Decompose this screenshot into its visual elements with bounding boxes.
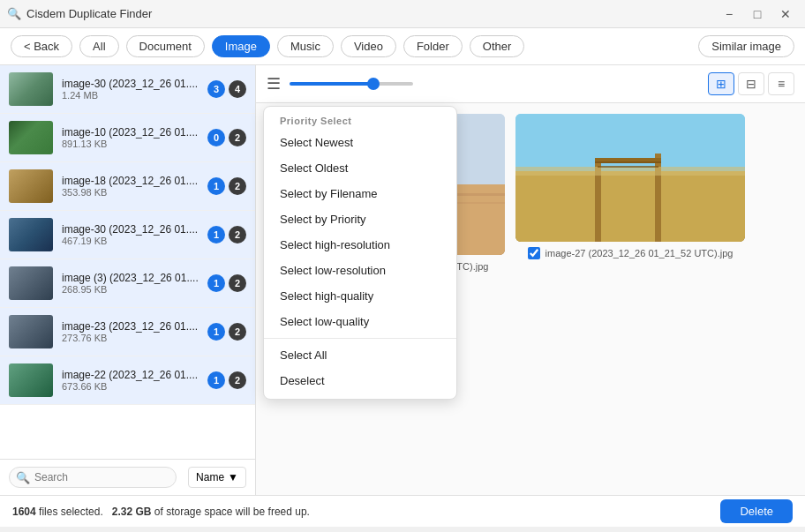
item-info: image-30 (2023_12_26 01.... 1.24 MB — [62, 78, 200, 101]
badge-count1: 1 — [207, 274, 225, 292]
slider-wrap — [290, 82, 699, 86]
item-name: image (3) (2023_12_26 01.... — [62, 272, 200, 284]
tab-music[interactable]: Music — [277, 35, 334, 57]
menu-item-select-newest[interactable]: Select Newest — [264, 130, 456, 155]
tab-folder[interactable]: Folder — [403, 35, 463, 57]
tab-document[interactable]: Document — [126, 35, 205, 57]
tab-all[interactable]: All — [79, 35, 118, 57]
menu-item-select-low-quality[interactable]: Select low-quality — [264, 309, 456, 334]
tab-other[interactable]: Other — [470, 35, 525, 57]
menu-item-select-low-resolution[interactable]: Select low-resolution — [264, 258, 456, 283]
item-info: image (3) (2023_12_26 01.... 268.95 KB — [62, 272, 200, 295]
menu-item-select-oldest[interactable]: Select Oldest — [264, 155, 456, 181]
item-size: 353.98 KB — [62, 187, 200, 198]
sidebar-item[interactable]: image-18 (2023_12_26 01.... 353.98 KB 1 … — [0, 162, 255, 211]
item-size: 467.19 KB — [62, 236, 200, 246]
zoom-slider[interactable] — [290, 82, 413, 86]
item-name: image-23 (2023_12_26 01.... — [62, 320, 200, 333]
back-button[interactable]: < Back — [11, 35, 72, 57]
thumbnail — [9, 218, 53, 251]
sidebar-item[interactable]: image (3) (2023_12_26 01.... 268.95 KB 1… — [0, 259, 255, 308]
item-badges: 1 2 — [207, 323, 246, 341]
menu-divider — [264, 338, 456, 339]
menu-item-select-by-priority[interactable]: Select by Priority — [264, 206, 456, 232]
similar-image-button[interactable]: Similar image — [698, 35, 794, 57]
item-info: image-10 (2023_12_26 01.... 891.13 KB — [62, 126, 200, 149]
badge-count1: 0 — [207, 129, 225, 146]
menu-item-select-high-quality[interactable]: Select high-quality — [264, 283, 456, 309]
thumbnail — [9, 169, 53, 203]
files-selected-label: files selected. — [39, 506, 103, 518]
item-badges: 0 2 — [207, 129, 246, 146]
badge-count1: 1 — [207, 371, 225, 389]
item-size: 1.24 MB — [62, 90, 200, 101]
tab-video[interactable]: Video — [341, 35, 396, 57]
sort-button[interactable]: Name ▼ — [188, 467, 246, 488]
badge-count1: 1 — [207, 323, 225, 341]
sidebar-item[interactable]: image-10 (2023_12_26 01.... 891.13 KB 0 … — [0, 114, 255, 162]
image-checkbox[interactable] — [528, 247, 540, 259]
item-info: image-18 (2023_12_26 01.... 353.98 KB — [62, 175, 200, 198]
minimize-button[interactable]: − — [717, 4, 741, 24]
item-badges: 3 4 — [207, 80, 246, 98]
svg-rect-11 — [515, 167, 745, 176]
title-bar: 🔍 Cisdem Duplicate Finder − □ ✕ — [0, 0, 805, 28]
thumbnail — [9, 363, 53, 397]
item-size: 268.95 KB — [62, 284, 200, 295]
sort-label: Name — [196, 471, 224, 483]
badge-count2: 2 — [229, 177, 246, 195]
sidebar: image-30 (2023_12_26 01.... 1.24 MB 3 4 … — [0, 65, 256, 495]
badge-count2: 2 — [229, 129, 246, 146]
delete-button[interactable]: Delete — [720, 499, 793, 523]
item-info: image-30 (2023_12_26 01.... 467.19 KB — [62, 223, 200, 246]
sidebar-item[interactable]: image-30 (2023_12_26 01.... 467.19 KB 1 … — [0, 211, 255, 259]
medium-grid-view-button[interactable]: ⊟ — [738, 72, 764, 95]
sidebar-item[interactable]: image-23 (2023_12_26 01.... 273.76 KB 1 … — [0, 308, 255, 356]
menu-item-select-all[interactable]: Select All — [264, 342, 456, 368]
badge-count1: 1 — [207, 177, 225, 195]
sort-chevron-icon: ▼ — [228, 471, 238, 483]
view-buttons: ⊞ ⊟ ≡ — [708, 72, 794, 95]
grid-view-button[interactable]: ⊞ — [708, 72, 734, 95]
sidebar-footer: 🔍 Name ▼ — [0, 459, 255, 495]
menu-item-deselect[interactable]: Deselect — [264, 368, 456, 393]
maximize-button[interactable]: □ — [745, 4, 770, 24]
item-name: image-30 (2023_12_26 01.... — [62, 223, 200, 236]
search-icon: 🔍 — [16, 471, 30, 484]
image-visual — [515, 114, 745, 242]
sidebar-item[interactable]: image-30 (2023_12_26 01.... 1.24 MB 3 4 — [0, 65, 255, 114]
item-badges: 1 2 — [207, 177, 246, 195]
badge-count2: 4 — [229, 80, 246, 98]
files-selected-count: 1604 — [12, 506, 36, 518]
sidebar-item[interactable]: image-22 (2023_12_26 01.... 673.66 KB 1 … — [0, 356, 255, 405]
item-size: 891.13 KB — [62, 139, 200, 149]
thumbnail — [9, 72, 53, 106]
priority-select-label: Priority Select — [264, 112, 456, 130]
menu-item-select-high-resolution[interactable]: Select high-resolution — [264, 232, 456, 258]
storage-label: of storage space will be freed up. — [154, 506, 310, 518]
image-label: image-27 (2023_12_26 01_21_52 UTC).jpg — [528, 247, 734, 259]
item-size: 273.76 KB — [62, 333, 200, 343]
item-info: image-22 (2023_12_26 01.... 673.66 KB — [62, 369, 200, 392]
sort-lines-icon[interactable]: ☰ — [267, 74, 281, 94]
thumbnail — [9, 266, 53, 300]
item-name: image-30 (2023_12_26 01.... — [62, 78, 200, 90]
content-area: ☰ ⊞ ⊟ ≡ Priority Select Select Newest Se… — [256, 65, 805, 495]
title-bar-left: 🔍 Cisdem Duplicate Finder — [7, 7, 152, 20]
badge-count2: 2 — [229, 323, 246, 341]
tab-image[interactable]: Image — [212, 35, 270, 57]
close-button[interactable]: ✕ — [773, 4, 798, 24]
svg-rect-8 — [515, 171, 745, 242]
badge-count2: 2 — [229, 226, 246, 244]
status-text: 1604 files selected. 2.32 GB of storage … — [12, 506, 310, 518]
thumbnail — [9, 315, 53, 348]
storage-size: 2.32 GB — [112, 506, 152, 518]
image-frame — [515, 114, 745, 242]
search-wrap: 🔍 — [9, 467, 181, 488]
status-bar: 1604 files selected. 2.32 GB of storage … — [0, 495, 805, 527]
badge-count2: 2 — [229, 371, 246, 389]
item-size: 673.66 KB — [62, 381, 200, 392]
menu-item-select-by-filename[interactable]: Select by Filename — [264, 181, 456, 206]
list-view-button[interactable]: ≡ — [768, 72, 794, 95]
search-input[interactable] — [9, 467, 177, 488]
